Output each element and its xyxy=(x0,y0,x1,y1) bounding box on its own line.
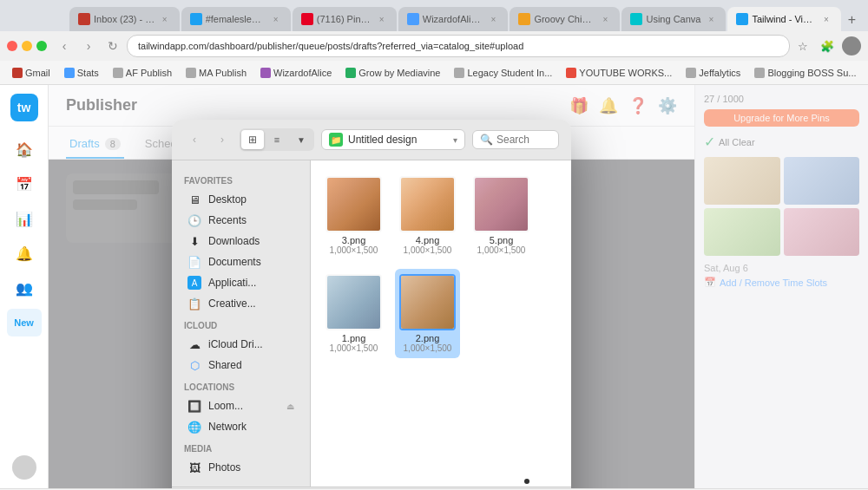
location-dropdown-icon[interactable]: ▾ xyxy=(453,135,457,145)
list-view-button[interactable]: ≡ xyxy=(266,130,288,149)
file-5png[interactable]: 5.png 1,000×1,500 xyxy=(469,171,534,260)
back-button[interactable]: ‹ xyxy=(54,36,75,56)
tab-canva[interactable]: Using Canva × xyxy=(621,7,726,31)
recents-icon: 🕒 xyxy=(187,213,201,227)
sidebar-applications[interactable]: A Applicati... xyxy=(175,272,306,293)
sidebar-desktop[interactable]: 🖥 Desktop xyxy=(175,189,306,210)
file-dialog-overlay: ‹ › ⊞ ≡ ▼ 📁 Untitled design ▾ xyxy=(49,160,694,488)
bookmark-wizard[interactable]: WizardofAlice xyxy=(255,66,337,80)
file-1png[interactable]: 1.png 1,000×1,500 xyxy=(321,269,386,358)
sidebar-new[interactable]: New xyxy=(7,309,42,336)
sidebar-applications-label: Applicati... xyxy=(208,277,256,289)
reload-button[interactable]: ↻ xyxy=(102,36,123,56)
locations-label: Locations xyxy=(172,376,310,395)
maximize-dot[interactable] xyxy=(36,41,47,51)
file-4png-size: 1,000×1,500 xyxy=(404,245,452,255)
file-2png-thumb xyxy=(399,274,456,330)
sidebar-documents[interactable]: 📄 Documents xyxy=(175,252,306,272)
sidebar-network[interactable]: 🌐 Network xyxy=(175,416,306,437)
forward-button[interactable]: › xyxy=(78,36,99,56)
bookmark-star[interactable]: ☆ xyxy=(793,36,812,56)
tab-bar: Inbox (23) - tarasi... × #femalesleuth H… xyxy=(0,0,868,31)
file-3png[interactable]: 3.png 1,000×1,500 xyxy=(321,171,386,260)
new-tab-button[interactable]: + xyxy=(843,9,861,31)
sidebar-downloads-label: Downloads xyxy=(208,235,260,247)
icloud-label: iCloud xyxy=(172,314,310,334)
sidebar-analytics[interactable]: 📊 xyxy=(10,205,38,232)
bookmark-youtube[interactable]: YOUTUBE WORKS... xyxy=(561,66,677,80)
file-1png-name: 1.png xyxy=(342,333,366,343)
sidebar-publisher[interactable]: 📅 xyxy=(10,170,38,198)
icloud-icon: ☁ xyxy=(187,337,201,351)
tab-hashtag[interactable]: #femalesleuth Hu... × xyxy=(181,7,291,31)
dialog-forward-button[interactable]: › xyxy=(212,129,233,150)
sidebar-home[interactable]: 🏠 xyxy=(10,135,38,163)
file-5png-thumb xyxy=(473,176,529,232)
tab-tailwind[interactable]: Tailwind - Visual M... × xyxy=(727,7,840,31)
upgrade-button[interactable]: Upgrade for More Pins xyxy=(704,109,859,127)
view-toggle: ⊞ ≡ ▼ xyxy=(240,128,314,151)
file-3png-thumb xyxy=(326,176,382,232)
extension-puzzle[interactable]: 🧩 xyxy=(818,36,837,56)
close-dot[interactable] xyxy=(7,41,17,51)
sidebar-loom[interactable]: 🔲 Loom... ⏏ xyxy=(175,395,306,416)
bell-icon[interactable]: 🔔 xyxy=(599,96,618,115)
bookmark-legacy[interactable]: Legacy Student In... xyxy=(449,66,557,80)
grid-view-button[interactable]: ⊞ xyxy=(241,130,264,149)
tab-drafts[interactable]: Drafts 8 xyxy=(66,130,124,159)
bookmark-gmail[interactable]: Gmail xyxy=(7,66,56,80)
bookmark-grow[interactable]: Grow by Mediavine xyxy=(340,66,445,80)
view-options-button[interactable]: ▼ xyxy=(290,130,312,149)
dialog-location[interactable]: 📁 Untitled design ▾ xyxy=(321,129,465,150)
favorites-label: Favorites xyxy=(172,169,310,189)
tab-pinterest[interactable]: (7116) Pinterest × xyxy=(293,7,397,31)
bookmark-afpublish[interactable]: AF Publish xyxy=(108,66,177,80)
search-input[interactable] xyxy=(496,134,557,146)
bookmark-stats[interactable]: Stats xyxy=(59,66,104,80)
nav-bar: ‹ › ↻ tailwindapp.com/dashboard/publishe… xyxy=(0,31,868,61)
dialog-back-button[interactable]: ‹ xyxy=(184,129,205,150)
sidebar-notification[interactable]: 🔔 xyxy=(10,239,38,267)
app-logo: tw xyxy=(10,94,38,121)
creative-icon: 📋 xyxy=(187,297,201,310)
file-2png[interactable]: 2.png 1,000×1,500 xyxy=(395,269,460,358)
user-avatar[interactable] xyxy=(12,455,36,480)
browser-dots xyxy=(7,41,47,51)
tab-gmail[interactable]: Inbox (23) - tarasi... × xyxy=(69,7,180,31)
gift-icon[interactable]: 🎁 xyxy=(569,96,589,115)
sidebar-recents[interactable]: 🕒 Recents xyxy=(175,210,306,231)
photos-icon: 🖼 xyxy=(187,461,201,474)
app-content: tw 🏠 📅 📊 🔔 👥 New Publisher 🎁 🔔 ❓ ⚙️ Draf… xyxy=(0,85,868,488)
app-sidebar: tw 🏠 📅 📊 🔔 👥 New xyxy=(0,85,49,488)
sidebar-people[interactable]: 👥 xyxy=(10,274,38,302)
tab-groovy[interactable]: Groovy Chick 70s... × xyxy=(510,7,620,31)
sidebar-shared[interactable]: ⬡ Shared xyxy=(175,355,306,376)
profile-avatar[interactable] xyxy=(842,36,861,56)
file-4png[interactable]: 4.png 1,000×1,500 xyxy=(395,171,460,260)
file-grid: 3.png 1,000×1,500 4.png 1,000×1,500 xyxy=(311,160,571,487)
sidebar-downloads[interactable]: ⬇ Downloads xyxy=(175,231,306,252)
sidebar-photos[interactable]: 🖼 Photos xyxy=(175,457,306,478)
drafts-badge: 8 xyxy=(105,138,121,150)
sidebar-desktop-label: Desktop xyxy=(208,193,247,206)
dialog-search[interactable]: 🔍 xyxy=(472,130,559,149)
sidebar-creative[interactable]: 📋 Creative... xyxy=(175,293,306,314)
address-bar[interactable]: tailwindapp.com/dashboard/publisher/queu… xyxy=(127,35,790,57)
sidebar-icloud-drive[interactable]: ☁ iCloud Dri... xyxy=(175,334,306,355)
desktop-icon: 🖥 xyxy=(187,193,201,206)
sidebar-creative-label: Creative... xyxy=(208,297,256,310)
bookmark-jeff[interactable]: Jeffalytics xyxy=(681,66,746,80)
search-icon: 🔍 xyxy=(480,134,493,146)
pin-thumb-1 xyxy=(704,157,780,205)
bookmark-blogging[interactable]: Blogging BOSS Su... xyxy=(749,66,861,80)
dialog-toolbar: ‹ › ⊞ ≡ ▼ 📁 Untitled design ▾ xyxy=(172,120,571,160)
file-2png-size: 1,000×1,500 xyxy=(404,343,452,353)
help-icon[interactable]: ❓ xyxy=(628,96,648,115)
tab-wizard[interactable]: WizardofAlice - Fi... × xyxy=(398,7,509,31)
minimize-dot[interactable] xyxy=(22,41,32,51)
publisher-title: Publisher xyxy=(66,96,137,114)
eject-icon[interactable]: ⏏ xyxy=(286,402,294,411)
bookmark-mapublish[interactable]: MA Publish xyxy=(181,66,252,80)
file-1png-thumb xyxy=(326,274,382,330)
settings-icon[interactable]: ⚙️ xyxy=(658,96,677,115)
